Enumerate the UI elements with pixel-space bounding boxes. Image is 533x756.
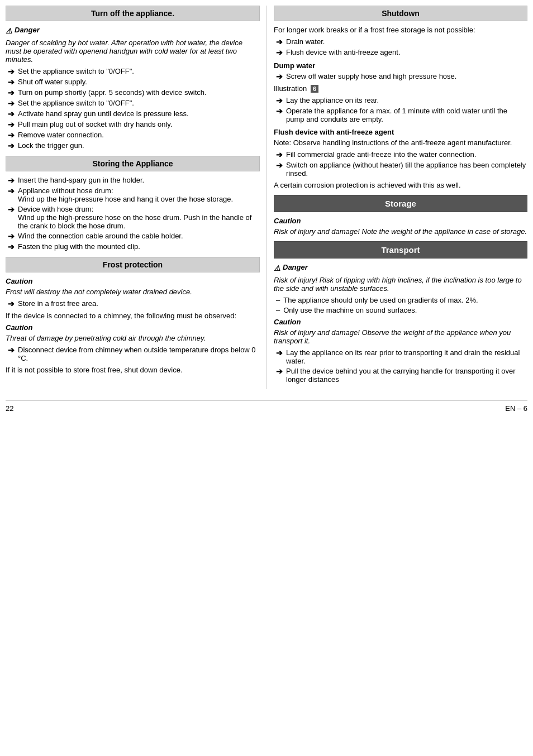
right-column: Shutdown For longer work breaks or if a … [266, 6, 527, 389]
section-turnoff-header: Turn off the appliance. [6, 6, 260, 21]
caution-storage-label: Caution [274, 217, 527, 225]
section-storage-header: Storage [274, 195, 527, 212]
arrow-icon: ➔ [8, 141, 15, 150]
shutdown-section: For longer work breaks or if a frost fre… [274, 26, 527, 189]
list-item: ➔Insert the hand-spary gun in the holder… [6, 176, 260, 185]
caution1-text: Frost will destroy the not completely wa… [6, 288, 260, 296]
list-item: ➔Remove water connection. [6, 131, 260, 140]
frost-note1: If the device is connected to a chimney,… [6, 312, 260, 320]
flush-note: Note: Observe handling instructions of t… [274, 138, 527, 147]
frost-steps2: ➔Disconnect device from chimney when out… [6, 346, 260, 362]
page: Turn off the appliance. ⚠ Danger Danger … [6, 6, 527, 413]
caution2-label: Caution [6, 323, 260, 332]
list-item: ➔Set the appliance switch to "0/OFF". [6, 99, 260, 108]
page-footer: 22 EN – 6 [6, 400, 527, 413]
danger-label-row: ⚠ Danger [6, 26, 260, 36]
arrow-icon: ➔ [8, 120, 15, 129]
footer-left: 22 [6, 404, 13, 413]
arrow-icon: ➔ [8, 346, 15, 355]
danger-text: Danger of scalding by hot water. After o… [6, 39, 260, 64]
list-item: ➔Turn on pump shortly (appr. 5 seconds) … [6, 88, 260, 97]
arrow-icon: ➔ [8, 109, 15, 118]
transport-section: ⚠ Danger Risk of injury! Risk of tipping… [274, 263, 527, 384]
frost-note2: If it is not possible to store frost fre… [6, 366, 260, 374]
list-item: ➔Drain water. [274, 37, 527, 46]
danger-transport-icon: ⚠ [274, 264, 280, 272]
caution2-text: Threat of damage by penetrating cold air… [6, 334, 260, 342]
arrow-icon: ➔ [276, 48, 283, 57]
arrow-icon: ➔ [276, 150, 283, 159]
flush-conclusion: A certain corrosion protection is achiev… [274, 181, 527, 189]
storage-section: Caution Risk of injury and damage! Note … [274, 217, 527, 236]
arrow-icon: ➔ [276, 367, 283, 376]
arrow-icon: ➔ [8, 99, 15, 108]
illustration-steps: ➔Lay the appliance on its rear. ➔Operate… [274, 96, 527, 123]
arrow-icon: ➔ [8, 205, 15, 214]
list-item: ➔Activate hand spray gun until device is… [6, 109, 260, 118]
arrow-icon: ➔ [276, 348, 283, 357]
footer-right: EN – 6 [505, 404, 527, 413]
list-item: ➔Shut off water supply. [6, 78, 260, 87]
list-item: –Only use the machine on sound surfaces. [274, 306, 527, 314]
arrow-icon: ➔ [276, 161, 283, 170]
frost-steps1: ➔Store in a frost free area. [6, 299, 260, 308]
arrow-icon: ➔ [276, 107, 283, 116]
list-item: ➔Pull main plug out of socket with dry h… [6, 120, 260, 129]
shutdown-intro: For longer work breaks or if a frost fre… [274, 26, 527, 34]
danger-transport-text: Risk of injury! Risk of tipping with hig… [274, 276, 527, 293]
section-shutdown-header: Shutdown [274, 6, 527, 21]
arrow-icon: ➔ [8, 232, 15, 241]
list-item: ➔Screw off water supply hose and high pr… [274, 72, 527, 81]
danger-icon: ⚠ [6, 27, 12, 35]
arrow-icon: ➔ [8, 186, 15, 195]
danger-transport-label-row: ⚠ Danger [274, 263, 527, 274]
list-item: ➔Lay the appliance on its rear prior to … [274, 348, 527, 365]
list-item: ➔Appliance without hose drum:Wind up the… [6, 186, 260, 203]
list-item: ➔Operate the appliance for a max. of 1 m… [274, 107, 527, 123]
caution-transport-text: Risk of injury and damage! Observe the w… [274, 328, 527, 345]
section-storing-header: Storing the Appliance [6, 156, 260, 171]
caution1-label: Caution [6, 277, 260, 285]
list-item: ➔Switch on appliance (without heater) ti… [274, 161, 527, 178]
storing-section: ➔Insert the hand-spary gun in the holder… [6, 176, 260, 251]
list-item: ➔Store in a frost free area. [6, 299, 260, 308]
list-item: ➔Fill commercial grade anti-freeze into … [274, 150, 527, 159]
list-item: ➔Fasten the plug with the mounted clip. [6, 242, 260, 251]
arrow-icon: ➔ [276, 96, 283, 105]
main-content: Turn off the appliance. ⚠ Danger Danger … [6, 6, 527, 389]
left-column: Turn off the appliance. ⚠ Danger Danger … [6, 6, 266, 389]
flush-title: Flush device with anti-freeze agent [274, 128, 527, 136]
danger-label: Danger [15, 26, 40, 34]
flush-steps: ➔Fill commercial grade anti-freeze into … [274, 150, 527, 178]
section-transport-header: Transport [274, 241, 527, 259]
frost-section: Caution Frost will destroy the not compl… [6, 277, 260, 374]
turnoff-steps: ➔Set the appliance switch to "0/OFF". ➔S… [6, 67, 260, 150]
arrow-icon: ➔ [8, 131, 15, 140]
arrow-icon: ➔ [8, 78, 15, 87]
list-item: ➔Wind the connection cable around the ca… [6, 232, 260, 241]
list-item: ➔Flush device with anti-freeze agent. [274, 48, 527, 57]
dump-steps: ➔Screw off water supply hose and high pr… [274, 72, 527, 81]
illustration-number: 6 [311, 85, 318, 93]
list-item: ➔Set the appliance switch to "0/OFF". [6, 67, 260, 76]
caution-transport-label: Caution [274, 318, 527, 326]
shutdown-steps: ➔Drain water. ➔Flush device with anti-fr… [274, 37, 527, 57]
arrow-icon: ➔ [276, 37, 283, 46]
arrow-icon: ➔ [8, 67, 15, 76]
list-item: ➔Device with hose drum:Wind up the high-… [6, 205, 260, 230]
transport-dash-list: –The appliance should only be used on gr… [274, 296, 527, 314]
turnoff-section: ⚠ Danger Danger of scalding by hot water… [6, 26, 260, 150]
arrow-icon: ➔ [8, 299, 15, 308]
dash-icon: – [276, 306, 280, 314]
list-item: ➔Pull the device behind you at the carry… [274, 367, 527, 384]
storing-steps: ➔Insert the hand-spary gun in the holder… [6, 176, 260, 251]
section-frost-header: Frost protection [6, 257, 260, 272]
arrow-icon: ➔ [8, 176, 15, 185]
caution-storage-text: Risk of injury and damage! Note the weig… [274, 227, 527, 236]
dash-icon: – [276, 296, 280, 304]
dump-water-title: Dump water [274, 61, 527, 70]
arrow-icon: ➔ [276, 72, 283, 81]
list-item: ➔Disconnect device from chimney when out… [6, 346, 260, 362]
illustration-line: Illustration 6 [274, 84, 527, 93]
arrow-icon: ➔ [8, 88, 15, 97]
